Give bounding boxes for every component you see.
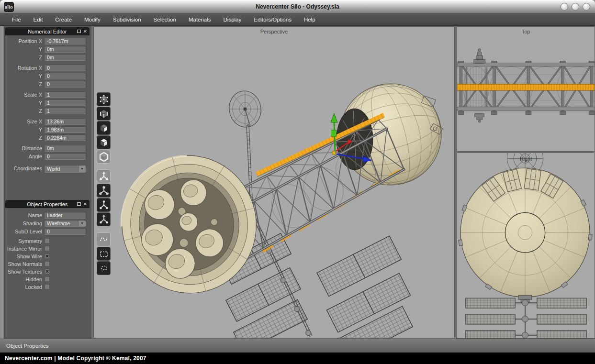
- lasso-select-button[interactable]: [97, 261, 111, 275]
- position-y-input[interactable]: 0m: [44, 46, 86, 53]
- size-x-input[interactable]: 13.36m: [44, 118, 86, 125]
- coordinates-value: World: [45, 165, 78, 172]
- scale-z-input[interactable]: 1: [44, 108, 86, 114]
- rotate-tool-button[interactable]: [97, 184, 111, 198]
- face-mode-button[interactable]: [97, 121, 111, 135]
- show-wire-row: Show Wire ✕: [2, 253, 91, 260]
- instance-mirror-checkbox[interactable]: [45, 246, 50, 251]
- menu-editors-options[interactable]: Editors/Options: [247, 13, 298, 26]
- name-row: Name Ladder: [2, 211, 91, 220]
- right-viewport[interactable]: Right: [457, 153, 595, 339]
- show-normals-checkbox[interactable]: [45, 261, 50, 266]
- rotation-x-input[interactable]: 0: [44, 65, 86, 71]
- position-x-input[interactable]: -0.7617m: [44, 38, 86, 44]
- element-mode-icon: [99, 137, 109, 148]
- scale-y-input[interactable]: 1: [44, 99, 86, 106]
- field-label: Shading: [3, 221, 42, 226]
- dropdown-arrow-icon[interactable]: ▼: [78, 221, 86, 226]
- subd-level-input[interactable]: 0: [44, 228, 86, 235]
- footer-text: Nevercenter.com | Model Copyright © Kema…: [5, 355, 146, 362]
- symmetry-row: Symmetry: [2, 237, 91, 245]
- menu-help[interactable]: Help: [298, 13, 322, 26]
- rectangle-select-button[interactable]: [97, 247, 111, 261]
- rotation-z-row: Z 0: [2, 80, 91, 88]
- numerical-editor-header[interactable]: Numerical Editor ✕: [5, 27, 90, 35]
- move-tool-button[interactable]: [97, 169, 111, 183]
- size-y-row: Y 1.983m: [2, 126, 91, 134]
- size-z-row: Z 0.2264m: [2, 134, 91, 142]
- angle-input[interactable]: 0: [44, 153, 86, 160]
- field-label: Y: [3, 100, 42, 106]
- show-wire-checkbox[interactable]: ✕: [45, 254, 50, 259]
- field-label: Z: [3, 55, 42, 60]
- menu-subdivision[interactable]: Subdivision: [107, 13, 147, 26]
- window-close-button[interactable]: [583, 3, 590, 11]
- status-bar: Object Properties: [0, 339, 595, 353]
- coordinates-row: Coordinates World ▼: [2, 165, 91, 173]
- position-z-input[interactable]: 0m: [44, 54, 86, 61]
- object-name-input[interactable]: Ladder: [44, 212, 86, 219]
- window-title: Nevercenter Silo - Odyssey.sia: [0, 0, 595, 13]
- antenna-dish: [226, 88, 264, 130]
- tweak-select-icon: [99, 234, 109, 245]
- vertex-mode-button[interactable]: [97, 92, 111, 106]
- window-minimize-button[interactable]: [561, 3, 568, 11]
- tweak-select-button[interactable]: [97, 232, 111, 246]
- field-label: Size X: [3, 119, 42, 124]
- menu-edit[interactable]: Edit: [27, 13, 49, 26]
- selection-mode-toolbar: [97, 92, 111, 164]
- field-label: Coordinates: [3, 165, 42, 171]
- object-mode-button[interactable]: [97, 150, 111, 164]
- shading-dropdown[interactable]: Wireframe ▼: [44, 220, 86, 227]
- menu-create[interactable]: Create: [49, 13, 78, 26]
- panel-maximize-icon[interactable]: [77, 30, 81, 33]
- panel-maximize-icon[interactable]: [77, 202, 81, 206]
- rotation-y-row: Y 0: [2, 72, 91, 80]
- dropdown-arrow-icon[interactable]: ▼: [78, 165, 86, 172]
- symmetry-checkbox[interactable]: [45, 238, 50, 243]
- locked-row: Locked: [2, 283, 91, 291]
- right-solar-assembly: [466, 295, 586, 339]
- menu-modify[interactable]: Modify: [78, 13, 107, 26]
- instance-mirror-row: Instance Mirror: [2, 245, 91, 253]
- move-tool-icon: [99, 171, 109, 182]
- menu-selection[interactable]: Selection: [147, 13, 182, 26]
- coordinates-dropdown[interactable]: World ▼: [44, 165, 86, 173]
- size-y-input[interactable]: 1.983m: [44, 126, 86, 133]
- hidden-row: Hidden: [2, 276, 91, 283]
- rectangle-select-icon: [99, 249, 109, 259]
- universal-manipulator-button[interactable]: [97, 212, 111, 226]
- locked-checkbox[interactable]: [45, 284, 50, 289]
- menu-display[interactable]: Display: [217, 13, 248, 26]
- edge-mode-button[interactable]: [97, 107, 111, 121]
- panel-close-icon[interactable]: ✕: [83, 202, 87, 207]
- window-maximize-button[interactable]: [572, 3, 579, 11]
- model-3d-right: [457, 153, 595, 339]
- field-label: Locked: [3, 284, 42, 290]
- element-mode-button[interactable]: [97, 135, 111, 149]
- scale-x-input[interactable]: 1: [44, 91, 86, 98]
- rotation-y-input[interactable]: 0: [44, 73, 86, 79]
- position-z-row: Z 0m: [2, 54, 91, 62]
- top-viewport[interactable]: Top: [457, 26, 595, 152]
- title-bar[interactable]: silo Nevercenter Silo - Odyssey.sia: [0, 0, 595, 13]
- perspective-viewport[interactable]: Perspective: [93, 26, 455, 338]
- scale-z-row: Z 1: [2, 107, 91, 115]
- hidden-checkbox[interactable]: [45, 276, 50, 282]
- show-textures-row: Show Textures ✕: [2, 268, 91, 276]
- distance-input[interactable]: 0m: [44, 145, 86, 152]
- field-label: Scale X: [3, 92, 42, 98]
- menu-file[interactable]: File: [6, 13, 27, 26]
- panel-close-icon[interactable]: ✕: [83, 29, 87, 34]
- field-label: Show Normals: [3, 261, 42, 267]
- scale-tool-button[interactable]: [97, 198, 111, 212]
- window-buttons: [561, 3, 590, 11]
- object-properties-header[interactable]: Object Properties ✕: [5, 200, 90, 208]
- field-label: SubD Level: [3, 229, 42, 234]
- menu-materials[interactable]: Materials: [182, 13, 217, 26]
- menu-bar: File Edit Create Modify Subdivision Sele…: [0, 13, 595, 26]
- size-z-input[interactable]: 0.2264m: [44, 134, 86, 141]
- rotation-z-input[interactable]: 0: [44, 81, 86, 88]
- show-textures-checkbox[interactable]: ✕: [45, 269, 50, 274]
- lasso-select-icon: [99, 263, 109, 274]
